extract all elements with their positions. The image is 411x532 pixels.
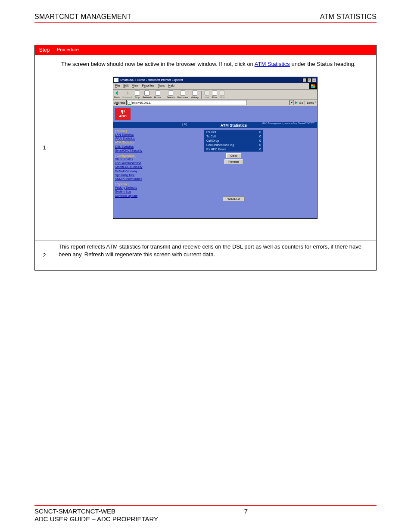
print-button[interactable]: Print	[212, 90, 217, 99]
menu-help[interactable]: Help	[168, 84, 174, 87]
address-dropdown[interactable]: ▼	[290, 100, 294, 105]
maximize-button[interactable]: □	[307, 78, 311, 82]
address-label: Address	[114, 101, 125, 104]
back-button[interactable]: Back	[114, 90, 120, 99]
refresh-stats-button[interactable]: Refresh	[224, 159, 243, 164]
table-row: Cell Drop0	[205, 138, 263, 143]
table-row: Cell Delineation Flag0	[205, 143, 263, 147]
page-icon: e	[128, 101, 131, 105]
atm-statistics-table: Rx Cell0 Tx Cell0 Cell Drop0 Cell Deline…	[204, 130, 263, 152]
table-row: Tx Cell0	[205, 134, 263, 138]
nav-dsl-statistics[interactable]: DSL Statistics	[115, 145, 149, 149]
address-bar: Address e http://10.0.0.1/ ▼ Go Links »	[113, 100, 317, 106]
forward-button[interactable]: Forward	[122, 90, 132, 99]
menu-edit[interactable]: Edit	[123, 84, 128, 87]
header-rule	[34, 22, 377, 23]
edit-button[interactable]: Edit	[220, 90, 225, 99]
nav-factory-defaults[interactable]: Factory Defaults	[115, 186, 149, 190]
nav-user-administration[interactable]: User Administration	[115, 162, 149, 165]
figure-label: W0312-A	[223, 196, 245, 201]
procedure-table: Step Procedure 1 The screen below should…	[34, 45, 377, 271]
favorites-button[interactable]: Favorites	[177, 90, 188, 99]
minimize-button[interactable]: _	[302, 78, 307, 82]
nav-lan-statistics[interactable]: LAN Statistics	[115, 133, 149, 137]
address-input[interactable]: e http://10.0.0.1/	[126, 100, 247, 105]
nav-static-routes[interactable]: Static Routes	[115, 158, 149, 161]
menu-tools[interactable]: Tools	[158, 84, 165, 87]
clear-button[interactable]: Clear	[226, 153, 241, 158]
nav-atm-statistics[interactable]: ATM Statistics	[115, 141, 149, 144]
go-button[interactable]: Go	[295, 101, 303, 105]
step-number: 2	[35, 240, 54, 271]
nav-system-log[interactable]: System Log	[115, 190, 149, 193]
titlebar: SmartCNCT Home - Microsoft Internet Expl…	[113, 77, 317, 83]
instr-suffix: under the Status heading.	[292, 61, 356, 67]
close-button[interactable]: ×	[312, 78, 316, 82]
nav-section-status: [ Status ]	[115, 129, 149, 133]
table-row: Rx HEC Errors0	[205, 147, 263, 151]
nav-wan-statistics[interactable]: WAN Statistics	[115, 137, 149, 140]
browser-window: SmartCNCT Home - Microsoft Internet Expl…	[113, 77, 318, 219]
step-content: This report reflects ATM statistics for …	[54, 240, 377, 271]
mail-button[interactable]: Mail	[204, 90, 209, 99]
ie-icon	[114, 78, 118, 82]
instr-prefix: The screen below should now be active in…	[61, 61, 253, 67]
toolbar: Back Forward Stop Refresh Home Search	[113, 89, 317, 100]
menu-view[interactable]: View	[132, 84, 138, 87]
tagline: Web Management powered by SmartCNCT™	[262, 122, 314, 124]
nav-snmp-communities[interactable]: SNMP Communities	[115, 177, 149, 181]
menubar: FFileile Edit View Favorites Tools Help	[113, 83, 309, 88]
instr-link: ATM Statistics	[255, 61, 290, 67]
refresh-button[interactable]: Refresh	[143, 90, 152, 99]
nav-software-update[interactable]: Software Update	[115, 194, 149, 198]
step-number: 1	[35, 55, 54, 240]
links-label[interactable]: Links »	[307, 100, 316, 104]
window-title: SmartCNCT Home - Microsoft Internet Expl…	[120, 78, 183, 81]
stop-button[interactable]: Stop	[134, 90, 140, 99]
table-row: Rx Cell0	[205, 130, 263, 134]
ie-throbber-icon	[309, 83, 317, 89]
search-button[interactable]: Search	[167, 90, 175, 99]
footer-left: SCNCT-SMARTCNCT-WEB	[34, 507, 115, 515]
nav-smartcnct-security-config[interactable]: SmartCNCTSecurity	[115, 165, 149, 169]
step-content: The screen below should now be active in…	[54, 55, 377, 240]
footer-center: 7	[244, 507, 248, 515]
nav-section-configuration: [ Configuration ]	[115, 153, 149, 158]
col-header-step: Step	[35, 45, 54, 55]
menu-favorites[interactable]: Favorites	[142, 84, 154, 87]
adc-logo: ADC	[115, 108, 131, 120]
page-content: ADC Web Management powered by SmartCNCT™…	[113, 106, 317, 218]
menu-file[interactable]: FFileile	[115, 84, 120, 87]
footer-rule	[34, 505, 377, 506]
col-header-procedure: Procedure	[54, 45, 377, 55]
address-value: http://10.0.0.1/	[132, 101, 152, 104]
header-right: ATM STATISTICS	[320, 13, 377, 21]
nav-section-system: [ System ]	[115, 182, 149, 186]
history-button[interactable]: History	[190, 90, 199, 99]
left-nav: [ Status ] LAN Statistics WAN Statistics…	[113, 129, 150, 201]
header-left: SMARTCNCT MANAGEMENT	[34, 13, 131, 21]
footer-guide: ADC USER GUIDE – ADC PROPRIETARY	[34, 515, 158, 523]
nav-default-gateway[interactable]: Default Gateway	[115, 170, 149, 173]
home-button[interactable]: Home	[154, 90, 161, 99]
nav-smartcnct-security-status[interactable]: SmartCNCTSecurity	[115, 149, 149, 152]
nav-spanning-tree[interactable]: Spanning Tree	[115, 174, 149, 177]
